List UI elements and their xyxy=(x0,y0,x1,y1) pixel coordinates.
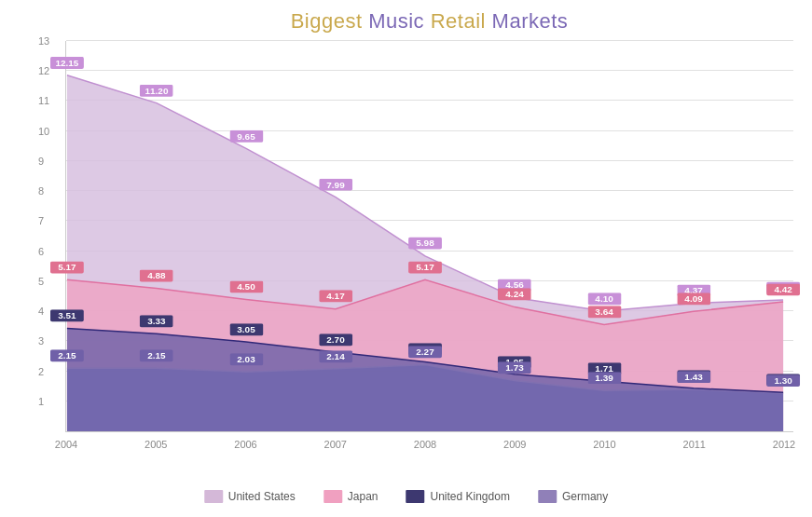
chart-title: Biggest Music Retail Markets xyxy=(65,9,793,34)
legend-swatch xyxy=(406,490,425,503)
legend-item: United States xyxy=(204,490,296,503)
legend-swatch xyxy=(323,490,342,503)
chart-legend: United StatesJapanUnited KingdomGermany xyxy=(204,490,609,503)
chart-area: 12345678910111213 12.1511.209.657.995.98… xyxy=(65,41,793,432)
chart-container: Biggest Music Retail Markets 12345678910… xyxy=(0,0,812,517)
legend-swatch xyxy=(204,490,223,503)
legend-label: Germany xyxy=(562,490,608,503)
chart-svg: 12.1511.209.657.995.984.564.104.374.485.… xyxy=(66,41,793,431)
legend-label: Japan xyxy=(348,490,378,503)
legend-item: Japan xyxy=(323,490,378,503)
legend-item: Germany xyxy=(538,490,608,503)
legend-swatch xyxy=(538,490,557,503)
legend-label: United Kingdom xyxy=(431,490,510,503)
legend-label: United States xyxy=(228,490,296,503)
legend-item: United Kingdom xyxy=(406,490,510,503)
